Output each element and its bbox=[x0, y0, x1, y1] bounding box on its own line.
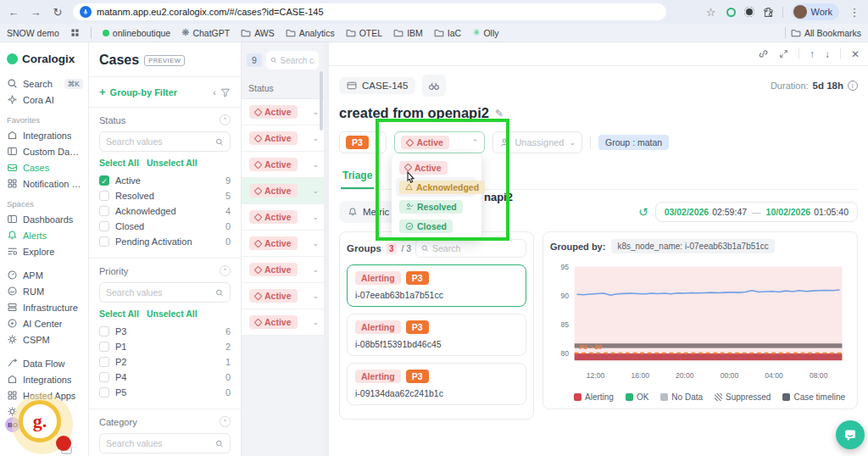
bookmark-onlineboutique[interactable]: onlineboutique bbox=[103, 28, 170, 38]
sidebar-item-notification-center[interactable]: Notification Cent... bbox=[5, 175, 83, 192]
sidebar-item-settings[interactable] bbox=[5, 403, 83, 420]
filter-funnel-icon[interactable] bbox=[220, 87, 231, 97]
legend-item[interactable]: No Data bbox=[660, 392, 703, 402]
collapse-section-icon[interactable]: ⌃ bbox=[220, 114, 231, 125]
sidebar-item-ai-center[interactable]: AI Center bbox=[5, 315, 83, 331]
groups-search-input[interactable] bbox=[432, 243, 520, 253]
case-row[interactable]: Active⌄ bbox=[242, 99, 324, 125]
checkbox-checked[interactable]: ✓ bbox=[99, 175, 109, 186]
case-row[interactable]: Active⌄ bbox=[242, 152, 324, 178]
bookmark-star-icon[interactable]: ☆ bbox=[704, 6, 718, 19]
category-search-input[interactable] bbox=[106, 438, 211, 448]
checkbox[interactable] bbox=[99, 191, 109, 201]
timeline-chart[interactable]: P3 > 809590858012:0016:0020:0000:0004:00… bbox=[550, 257, 850, 386]
chevron-down-icon[interactable]: ⌄ bbox=[312, 186, 319, 195]
case-search-box[interactable] bbox=[266, 51, 319, 70]
expand-icon[interactable] bbox=[779, 49, 788, 58]
status-search-input[interactable] bbox=[106, 136, 211, 147]
group-chip[interactable]: Group : matan bbox=[598, 135, 669, 150]
bookmark-folder-iac[interactable]: IaC bbox=[434, 28, 461, 38]
site-info-icon[interactable] bbox=[80, 6, 92, 18]
legend-item[interactable]: Suppressed bbox=[715, 392, 771, 402]
filter-option-p3[interactable]: P36 bbox=[99, 324, 231, 339]
sidebar-item-data-flow[interactable]: Data Flow bbox=[5, 355, 83, 371]
sidebar-item-cspm[interactable]: CSPM bbox=[5, 331, 83, 348]
checkbox[interactable] bbox=[99, 357, 109, 367]
status-dropdown[interactable]: Active ⌃ bbox=[394, 131, 485, 153]
extension-dark-icon[interactable] bbox=[744, 7, 754, 17]
sidebar-item-cases[interactable]: Cases bbox=[5, 159, 83, 175]
sidebar-item-dashboards[interactable]: Dashboards bbox=[5, 211, 83, 227]
extension-green-icon[interactable] bbox=[726, 8, 736, 17]
case-id-chip[interactable]: CASE-145 bbox=[339, 77, 415, 94]
unselect-all-link[interactable]: Unselect All bbox=[147, 309, 198, 319]
timerange-picker[interactable]: 03/02/2026 02:59:47 — 10/02/2026 01:05:4… bbox=[655, 202, 858, 222]
filter-option-p1[interactable]: P12 bbox=[99, 339, 231, 354]
groups-search-box[interactable] bbox=[415, 239, 526, 258]
extensions-puzzle-icon[interactable] bbox=[763, 7, 774, 18]
reset-timerange-icon[interactable]: ↺ bbox=[638, 205, 648, 219]
checkbox[interactable] bbox=[99, 236, 109, 247]
chat-widget-button[interactable] bbox=[836, 420, 865, 449]
collapse-section-icon[interactable]: ⌃ bbox=[220, 265, 231, 276]
checkbox[interactable] bbox=[99, 387, 109, 398]
select-all-link[interactable]: Select All bbox=[99, 309, 139, 319]
filter-option-p5[interactable]: P50 bbox=[99, 385, 231, 400]
sidebar-item-rum[interactable]: RUM bbox=[5, 283, 83, 299]
case-row-selected[interactable]: Active⌄ bbox=[242, 178, 324, 204]
status-search-box[interactable] bbox=[99, 131, 231, 152]
all-bookmarks[interactable]: All Bookmarks bbox=[791, 28, 861, 38]
sidebar-item-integrations[interactable]: Integrations bbox=[5, 127, 83, 143]
chevron-down-icon[interactable]: ⌄ bbox=[312, 318, 319, 326]
chevron-down-icon[interactable]: ⌄ bbox=[312, 239, 319, 247]
bookmark-olly[interactable]: ✳Olly bbox=[472, 27, 498, 38]
sidebar-item-hosted-apps[interactable]: Hosted Apps bbox=[5, 387, 83, 403]
next-case-icon[interactable]: ↓ bbox=[825, 48, 830, 60]
grouped-by-chip[interactable]: k8s_node_name: i-07eeab63b1a7b51cc bbox=[611, 239, 774, 253]
filter-option-resolved[interactable]: Resolved5 bbox=[99, 188, 231, 203]
legend-item[interactable]: Alerting bbox=[574, 392, 614, 402]
copy-link-icon[interactable] bbox=[758, 48, 769, 59]
group-card-selected[interactable]: Alerting P3 i-07eeab63b1a7b51cc bbox=[347, 264, 526, 307]
address-bar[interactable]: matanm.app.eu2.coralogix.com/#/cases?id=… bbox=[73, 3, 666, 20]
menu-item-active[interactable]: Active bbox=[396, 158, 477, 177]
sidebar-item-search[interactable]: Search ⌘K bbox=[5, 75, 83, 92]
checkbox[interactable] bbox=[99, 326, 109, 336]
chevron-down-icon[interactable]: ⌄ bbox=[312, 265, 319, 274]
apps-grid-icon[interactable] bbox=[70, 28, 80, 37]
sidebar-item-custom-dashboards[interactable]: Custom Dashbo... bbox=[5, 143, 83, 159]
browser-menu-icon[interactable]: ⋮ bbox=[848, 6, 861, 19]
forward-icon[interactable]: → bbox=[29, 6, 42, 19]
priority-search-box[interactable] bbox=[99, 282, 231, 303]
checkbox[interactable] bbox=[99, 372, 109, 382]
bookmark-folder-otel[interactable]: OTEL bbox=[346, 28, 382, 38]
filter-option-pending[interactable]: Pending Activation0 bbox=[99, 234, 231, 249]
select-all-link[interactable]: Select All bbox=[99, 158, 139, 168]
case-row[interactable]: Active⌄ bbox=[242, 283, 324, 309]
group-card[interactable]: Alerting P3 i-09134daa62c241b1c bbox=[347, 363, 526, 405]
tab-triage[interactable]: Triage bbox=[341, 166, 374, 189]
edit-title-icon[interactable]: ✎ bbox=[495, 108, 504, 120]
chevron-down-icon[interactable]: ⌄ bbox=[312, 134, 319, 142]
checkbox[interactable] bbox=[99, 221, 109, 231]
case-row[interactable]: Active⌄ bbox=[242, 257, 324, 283]
info-icon[interactable]: i bbox=[848, 81, 858, 91]
case-row[interactable]: Active⌄ bbox=[242, 309, 324, 336]
filter-option-p2[interactable]: P21 bbox=[99, 354, 231, 370]
coralogix-logo[interactable]: Coralogix bbox=[7, 53, 83, 65]
priority-search-input[interactable] bbox=[106, 287, 211, 298]
filter-option-closed[interactable]: Closed0 bbox=[99, 219, 231, 234]
sidebar-item-integrations-2[interactable]: Integrations bbox=[5, 371, 83, 387]
sidebar-item-alerts[interactable]: Alerts bbox=[5, 227, 83, 243]
prev-case-icon[interactable]: ↑ bbox=[810, 48, 815, 60]
collapse-panel-icon[interactable]: ‹ bbox=[213, 87, 216, 97]
watch-binoculars-button[interactable] bbox=[422, 75, 446, 97]
filter-option-active[interactable]: ✓Active9 bbox=[99, 173, 231, 188]
legend-item[interactable]: OK bbox=[626, 392, 648, 402]
bookmark-folder-analytics[interactable]: Analytics bbox=[286, 28, 335, 38]
scrollbar[interactable] bbox=[320, 71, 323, 131]
browser-profile-chip[interactable]: Work bbox=[792, 3, 839, 20]
menu-item-closed[interactable]: Closed bbox=[396, 216, 477, 236]
unselect-all-link[interactable]: Unselect All bbox=[147, 158, 198, 168]
assignee-dropdown[interactable]: Unassigned ⌄ bbox=[492, 131, 582, 153]
